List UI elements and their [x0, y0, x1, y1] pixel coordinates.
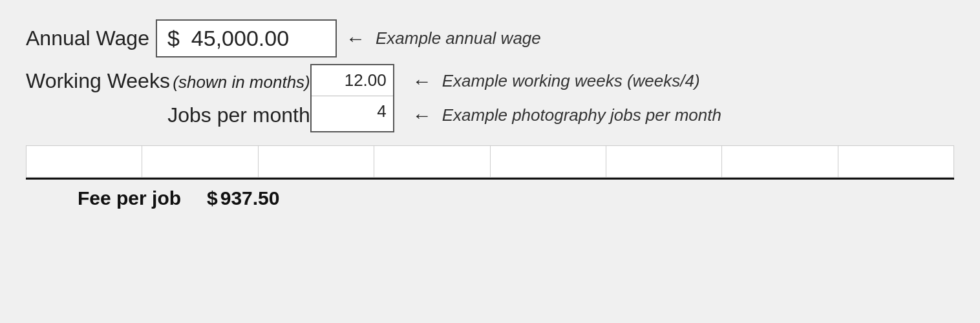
grid-cell-6: [606, 146, 721, 177]
working-weeks-hint-row: ← Example working weeks (weeks/4): [402, 67, 721, 96]
annual-wage-label: Annual Wage: [26, 26, 149, 50]
result-dollar: $: [207, 187, 218, 209]
stacked-input-box[interactable]: 12.00 4: [310, 64, 394, 132]
jobs-per-month-hint: Example photography jobs per month: [442, 105, 721, 125]
labels-column: Working Weeks (shown in months) Jobs per…: [26, 64, 310, 132]
working-weeks-label-row: Working Weeks (shown in months): [26, 64, 310, 98]
grid-cell-2: [142, 146, 257, 177]
grid-row: [26, 145, 954, 178]
jobs-per-month-label: Jobs per month: [167, 103, 310, 127]
arrow-jobs-per-month: ←: [412, 105, 432, 127]
working-weeks-label-sub: (shown in months): [173, 72, 310, 92]
annual-wage-row: Annual Wage $ 45,000.00 ← Example annual…: [26, 19, 954, 57]
grid-cell-1: [26, 146, 142, 177]
grid-cell-8: [838, 146, 954, 177]
hints-column: ← Example working weeks (weeks/4) ← Exam…: [394, 64, 721, 132]
arrow-annual: ←: [346, 28, 365, 50]
main-container: Annual Wage $ 45,000.00 ← Example annual…: [0, 0, 980, 323]
jobs-per-month-hint-row: ← Example photography jobs per month: [402, 101, 721, 130]
combined-input-area: Working Weeks (shown in months) Jobs per…: [26, 64, 954, 132]
annual-wage-value[interactable]: 45,000.00: [191, 26, 289, 51]
result-value: 937.50: [220, 187, 280, 209]
working-weeks-label-main: Working Weeks: [26, 69, 170, 92]
arrow-working-weeks: ←: [412, 70, 432, 92]
result-label: Fee per job: [78, 187, 181, 209]
jobs-per-month-value[interactable]: 4: [312, 96, 393, 127]
working-weeks-value[interactable]: 12.00: [312, 65, 393, 96]
grid-cell-5: [490, 146, 606, 177]
result-row: Fee per job $ 937.50: [26, 178, 954, 209]
grid-cell-4: [374, 146, 489, 177]
annual-wage-hint: Example annual wage: [376, 28, 541, 48]
jobs-per-month-label-row: Jobs per month: [167, 98, 310, 132]
dollar-sign-annual: $: [167, 26, 180, 51]
grid-cell-3: [258, 146, 374, 177]
grid-cell-7: [721, 146, 837, 177]
working-weeks-hint: Example working weeks (weeks/4): [442, 71, 700, 91]
